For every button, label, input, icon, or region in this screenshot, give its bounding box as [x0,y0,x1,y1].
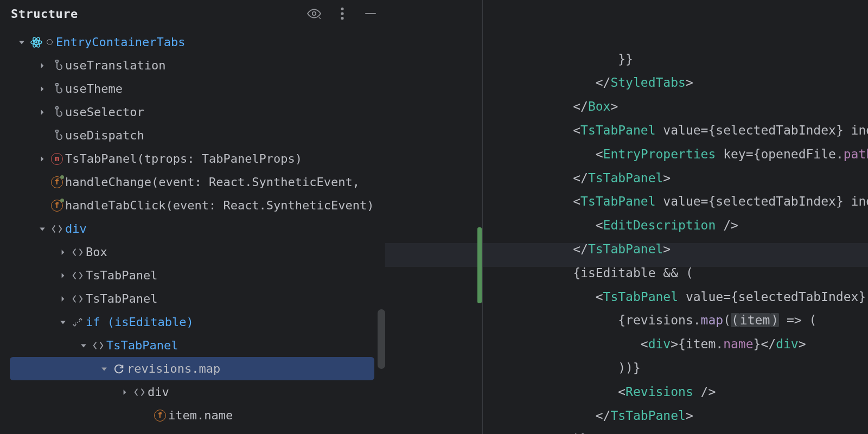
element-icon [90,340,106,352]
code-line[interactable]: <EntryProperties key={openedFile.path} t… [483,143,868,167]
svg-point-12 [56,130,59,132]
structure-panel: Structure EntryContainerTabsuseTranslati… [0,0,385,434]
code-line[interactable]: </StyledTabs> [483,71,868,95]
tree-row[interactable]: TsTabPanel [0,334,385,357]
code-line[interactable]: <TsTabPanel value={selectedTabIndex} ind… [483,119,868,143]
code-token: < [641,337,648,351]
code-token: Revisions [626,385,693,399]
tree-row[interactable]: TsTabPanel [0,287,385,310]
code-token: </ [596,409,611,423]
code-line[interactable]: <div>{item.name}</div> [483,333,868,356]
code-line[interactable]: ))} [483,356,868,380]
code-token: Box [588,99,611,113]
tree-row[interactable]: EntryContainerTabs [0,30,385,54]
tree-row[interactable]: div [0,380,385,404]
more-icon[interactable] [335,7,349,21]
tree-row[interactable]: if (isEditable) [0,310,385,334]
code-line[interactable]: </Box> [483,95,868,119]
chevron-down-icon[interactable] [77,342,90,349]
tree-row[interactable]: fhandleChange(event: React.SyntheticEven… [0,170,385,194]
chevron-right-icon[interactable] [36,109,49,116]
tree-node-label: handleTabClick(event: React.SyntheticEve… [65,199,374,212]
chevron-right-icon[interactable] [118,389,131,395]
tree-row[interactable]: TsTabPanel [0,264,385,287]
tree-row[interactable]: useTranslation [0,54,385,77]
code-line[interactable]: <TsTabPanel value={selectedTabIndex} ind… [483,190,868,214]
code-token: { [708,194,716,208]
code-line[interactable]: {revisions.map((item) => ( [483,309,868,333]
tree-row[interactable]: revisions.map [10,357,374,380]
function-icon: f [152,410,168,422]
chevron-right-icon[interactable] [36,62,49,69]
chevron-right-icon[interactable] [56,272,69,279]
svg-point-1 [341,8,343,10]
tree-row[interactable]: useTheme [0,77,385,100]
chevron-right-icon[interactable] [56,249,69,256]
chevron-down-icon[interactable] [98,366,111,372]
code-token: selectedTabIndex [716,123,836,137]
code-token: item. [686,337,723,351]
code-token: value= [678,290,731,304]
code-line[interactable]: )} [483,427,868,434]
chevron-down-icon[interactable] [15,39,28,46]
code-token: </ [761,337,776,351]
tree-row[interactable]: div [0,217,385,240]
code-line[interactable]: <TsTabPanel value={selectedTabIndex} ind… [483,285,868,309]
tree-node-label: div [148,385,169,399]
tree-row[interactable]: fhandleTabClick(event: React.SyntheticEv… [0,194,385,217]
tree-row[interactable]: fitem.name [0,404,385,427]
code-line[interactable]: {isEditable && ( [483,261,868,285]
code-line[interactable]: </TsTabPanel> [483,238,868,261]
svg-point-0 [312,12,316,16]
code-area[interactable]: }} </StyledTabs> </Box> <TsTabPanel valu… [483,0,868,434]
code-token: selectedTabIndex [738,290,859,304]
code-line[interactable]: }} [483,48,868,72]
code-line[interactable]: </TsTabPanel> [483,167,868,190]
code-token: )) [618,361,633,375]
code-token: } [858,290,866,304]
loop-icon [111,363,127,375]
code-token: </ [573,242,588,256]
tree-row[interactable]: mTsTabPanel(tprops: TabPanelProps) [0,147,385,170]
scrollbar[interactable] [378,309,385,369]
hook-icon [49,106,65,118]
function-icon: f [49,200,65,212]
tree-row[interactable]: Box [0,240,385,264]
code-line[interactable]: <Revisions /> [483,380,868,404]
tree-node-label: handleChange(event: React.SyntheticEvent… [65,175,360,189]
code-token: > [686,75,693,90]
code-token: TsTabPanel [588,242,663,256]
tree-row[interactable]: useSelector [0,100,385,124]
tree-node-label: useDispatch [65,129,144,142]
code-token: > [686,409,693,423]
code-token: div [648,337,671,351]
code-token: /> [723,218,738,232]
tree-node-label: useSelector [65,105,144,119]
code-token: /> [701,385,716,399]
tree-row[interactable]: useDispatch [0,124,385,147]
hook-icon [49,130,65,142]
code-token: ) [770,313,779,327]
code-token: </ [596,75,611,90]
code-token: TsTabPanel [588,171,663,185]
hook-icon [49,83,65,95]
code-line[interactable]: </TsTabPanel> [483,404,868,428]
tree-node-label: Box [86,245,107,259]
code-token: map [701,313,724,327]
minimize-icon[interactable] [363,7,378,21]
chevron-down-icon[interactable] [56,319,69,326]
code-token: key= [716,147,753,161]
code-token: EntryProperties [603,147,716,161]
structure-tree[interactable]: EntryContainerTabsuseTranslationuseTheme… [0,27,385,434]
tree-node-label: if (isEditable) [86,315,194,329]
chevron-right-icon[interactable] [36,156,49,162]
chevron-down-icon[interactable] [36,226,49,232]
editor-panel[interactable]: }} </StyledTabs> </Box> <TsTabPanel valu… [385,0,868,434]
chevron-right-icon[interactable] [56,296,69,302]
tree-node-label: revisions.map [127,362,220,375]
chevron-right-icon[interactable] [36,86,49,92]
vcs-change-marker [477,227,482,303]
code-token: index [866,290,868,304]
code-line[interactable]: <EditDescription /> [483,214,868,238]
visibility-icon[interactable] [307,7,321,21]
